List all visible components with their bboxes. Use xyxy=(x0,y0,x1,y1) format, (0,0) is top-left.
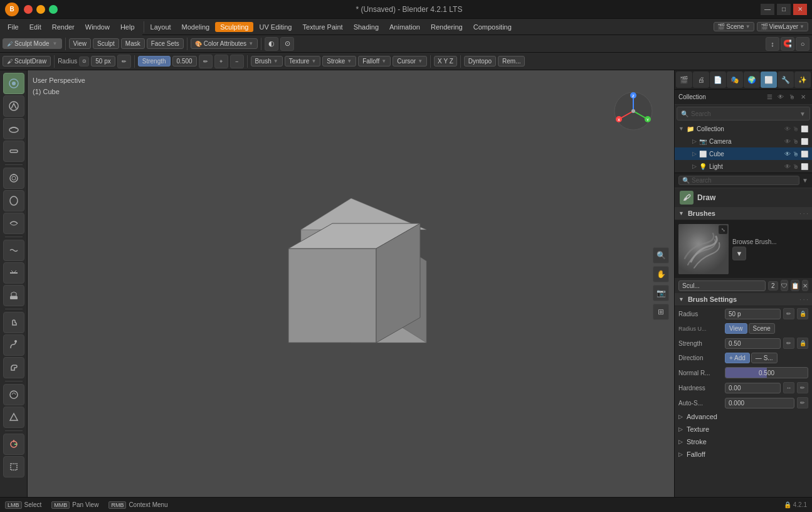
outliner-filter-btn[interactable]: ☰ xyxy=(764,92,774,102)
draw-tool[interactable] xyxy=(3,73,24,94)
brush-shield-icon[interactable]: 🛡 xyxy=(781,280,788,291)
fill-tool[interactable] xyxy=(3,285,24,306)
tool-name-btn[interactable]: 🖌 SculptDraw xyxy=(3,56,51,67)
brush-thumbnail[interactable]: ⤡ xyxy=(678,224,729,274)
strength-add-icon[interactable]: + xyxy=(214,55,228,68)
crease-tool[interactable] xyxy=(3,213,24,234)
outliner-close-btn[interactable]: ✕ xyxy=(798,92,808,102)
snap-btn[interactable]: 🧲 xyxy=(781,37,794,51)
stroke-dropdown[interactable]: Stroke ▼ xyxy=(322,56,356,67)
box-mask-tool[interactable] xyxy=(3,456,24,477)
auto-smooth-edit-btn[interactable]: ✏ xyxy=(797,397,808,408)
auto-smooth-value[interactable]: 0.000 xyxy=(725,398,794,408)
draw-sharp-tool[interactable] xyxy=(3,95,24,117)
direction-add-btn[interactable]: + Add xyxy=(725,353,750,363)
maximize-button[interactable]: □ xyxy=(777,4,791,15)
overlay-btn[interactable]: ⊙ xyxy=(280,37,294,51)
mode-selector[interactable]: 🖌 Sculpt Mode ▼ xyxy=(3,38,62,49)
outliner-select-btn[interactable]: 🖱 xyxy=(787,92,797,102)
flatten-tool[interactable] xyxy=(3,262,24,284)
radius-unit-scene-btn[interactable]: Scene xyxy=(749,323,775,334)
remesh-btn[interactable]: Rem... xyxy=(498,56,525,67)
render-props-icon[interactable]: 🎬 xyxy=(676,72,692,88)
mask-tool[interactable] xyxy=(3,384,24,405)
radius-value[interactable]: 50 px xyxy=(91,56,115,67)
strength-setting-value[interactable]: 0.50 xyxy=(725,338,781,349)
tab-compositing[interactable]: Compositing xyxy=(468,22,517,32)
hardness-edit-btn[interactable]: ✏ xyxy=(797,382,808,393)
grid-btn[interactable]: ⊞ xyxy=(653,304,669,320)
radius-edit-btn[interactable]: ✏ xyxy=(783,308,794,319)
inflate-tool[interactable] xyxy=(3,168,24,189)
direction-sub-btn[interactable]: — S... xyxy=(751,353,778,363)
viewport-shading-btn[interactable]: ◐ xyxy=(265,37,278,51)
brush-delete-icon[interactable]: ✕ xyxy=(802,280,808,291)
dyntopo-btn[interactable]: Dyntopo xyxy=(464,56,496,67)
clay-tool[interactable] xyxy=(3,118,24,139)
close-button[interactable]: ✕ xyxy=(793,4,807,15)
tab-layout[interactable]: Layout xyxy=(145,22,176,32)
texture-expand[interactable]: ▷ Texture xyxy=(675,423,812,435)
view-btn[interactable]: View xyxy=(69,38,92,49)
object-props-icon[interactable]: ⬜ xyxy=(761,72,777,88)
grab-tool[interactable] xyxy=(3,312,24,333)
smooth-tool[interactable] xyxy=(3,240,24,261)
navigation-gizmo[interactable]: Z Y X xyxy=(611,89,655,133)
outliner-item-camera[interactable]: ▷ 📷 Camera 👁 🖱 ⬜ xyxy=(675,135,812,147)
clay-strips-tool[interactable] xyxy=(3,141,24,162)
thumb-tool[interactable] xyxy=(3,357,24,378)
falloff-dropdown[interactable]: Falloff ▼ xyxy=(358,56,391,67)
xyz-btn[interactable]: X Y Z xyxy=(434,56,457,67)
viewport[interactable]: User Perspective (1) Cube xyxy=(28,70,674,497)
sculpt-btn[interactable]: Sculpt xyxy=(93,38,119,49)
strength-edit-btn[interactable]: ✏ xyxy=(783,338,794,349)
gizmo-btn[interactable]: ↕ xyxy=(766,37,779,51)
brush-expand-btn[interactable]: ⤡ xyxy=(719,225,727,234)
brush-name-input[interactable] xyxy=(678,280,766,291)
strength-value[interactable]: 0.500 xyxy=(172,56,197,67)
brushes-section-header[interactable]: ▼ Brushes · · · xyxy=(675,207,812,220)
menu-render[interactable]: Render xyxy=(47,22,80,32)
color-attributes-btn[interactable]: 🎨 Color Attributes ▼ xyxy=(191,38,258,49)
stroke-expand[interactable]: ▷ Stroke xyxy=(675,435,812,448)
minimize-button[interactable]: — xyxy=(761,4,774,15)
pen-icon[interactable]: ✏ xyxy=(117,55,131,68)
mask-btn[interactable]: Mask xyxy=(121,38,145,49)
scene-props-icon[interactable]: 🎭 xyxy=(727,72,743,88)
tab-animation[interactable]: Animation xyxy=(384,22,425,32)
radius-unit-view-btn[interactable]: View xyxy=(725,323,747,334)
proportional-btn[interactable]: ○ xyxy=(796,37,809,51)
menu-file[interactable]: File xyxy=(3,22,24,32)
view-layer-props-icon[interactable]: 📄 xyxy=(710,72,726,88)
snake-hook-tool[interactable] xyxy=(3,334,24,356)
strength-sub-icon[interactable]: − xyxy=(230,55,244,68)
texture-dropdown[interactable]: Texture ▼ xyxy=(285,56,321,67)
transform-tool[interactable] xyxy=(3,434,24,455)
strength-lock-btn[interactable]: 🔒 xyxy=(797,338,808,349)
camera-btn[interactable]: 📷 xyxy=(653,285,669,301)
modifier-props-icon[interactable]: 🔧 xyxy=(778,72,794,88)
outliner-hide-btn[interactable]: 👁 xyxy=(776,92,786,102)
pan-btn[interactable]: ✋ xyxy=(653,266,669,282)
cursor-dropdown[interactable]: Cursor ▼ xyxy=(393,56,427,67)
menu-help[interactable]: Help xyxy=(115,22,140,32)
world-props-icon[interactable]: 🌍 xyxy=(744,72,760,88)
radius-lock-btn[interactable]: 🔒 xyxy=(797,308,808,319)
face-sets-btn[interactable]: Face Sets xyxy=(147,38,184,49)
zoom-in-btn[interactable]: 🔍 xyxy=(653,247,669,264)
blob-tool[interactable] xyxy=(3,190,24,211)
tab-texture-paint[interactable]: Texture Paint xyxy=(297,22,347,32)
strength-label-btn[interactable]: Strength xyxy=(138,56,171,67)
radius-setting-value[interactable]: 50 p xyxy=(725,309,781,319)
radius-type-btn[interactable]: ⊙ xyxy=(79,56,89,67)
advanced-expand[interactable]: ▷ Advanced xyxy=(675,410,812,423)
tab-modeling[interactable]: Modeling xyxy=(177,22,215,32)
strength-pen-icon[interactable]: ✏ xyxy=(199,55,213,68)
tab-shading[interactable]: Shading xyxy=(349,22,384,32)
brush-copy-icon[interactable]: 📋 xyxy=(791,280,799,291)
outliner-item-cube[interactable]: ▷ ⬜ Cube 👁 🖱 ⬜ xyxy=(675,147,812,160)
hardness-arrows-btn[interactable]: ↔ xyxy=(783,382,794,393)
brush-settings-section-header[interactable]: ▼ Brush Settings · · · xyxy=(675,293,812,306)
hardness-value[interactable]: 0.00 xyxy=(725,383,781,393)
menu-window[interactable]: Window xyxy=(80,22,115,32)
